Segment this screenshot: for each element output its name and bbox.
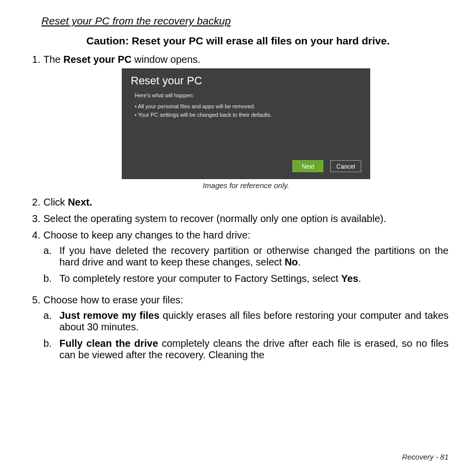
text-bold: Next. [68, 197, 92, 208]
text: . [358, 273, 361, 284]
text: The [43, 54, 63, 65]
dialog-buttons: Next Cancel [288, 160, 361, 172]
text: . [298, 256, 301, 267]
page-footer: Recovery - 81 [402, 453, 449, 461]
sub-item: b. To completely restore your computer t… [43, 273, 449, 284]
caution-line: Caution: Reset your PC will erase all fi… [27, 35, 449, 47]
step-number: 1. [27, 54, 43, 192]
sub-content: Fully clean the drive completely cleans … [59, 338, 449, 361]
text: Choose to keep any changes to the hard d… [43, 230, 250, 240]
sub-letter: b. [43, 338, 59, 361]
reset-pc-dialog: Reset your PC Here's what will happen: •… [122, 68, 370, 179]
step-3: 3. Select the operating system to recove… [27, 213, 449, 225]
dialog-bullet: • All your personal files and apps will … [135, 102, 361, 111]
next-button[interactable]: Next [292, 160, 323, 172]
sub-content: If you have deleted the recovery partiti… [59, 245, 449, 268]
dialog-title: Reset your PC [131, 74, 361, 87]
step-2: 2. Click Next. [27, 197, 449, 208]
document-page: Reset your PC from the recovery backup C… [0, 0, 476, 476]
sub-content: To completely restore your computer to F… [59, 273, 449, 284]
text-bold: No [284, 256, 298, 267]
text-bold: Fully clean the drive [59, 338, 158, 349]
sub-list: a. If you have deleted the recovery part… [43, 245, 449, 284]
step-1: 1. The Reset your PC window opens. Reset… [27, 54, 449, 192]
cancel-button[interactable]: Cancel [330, 160, 361, 172]
sub-letter: b. [43, 273, 59, 284]
sub-letter: a. [43, 245, 59, 268]
dialog-bullet: • Your PC settings will be changed back … [135, 111, 361, 119]
step-5: 5. Choose how to erase your files: a. Ju… [27, 294, 449, 366]
sub-list: a. Just remove my files quickly erases a… [43, 310, 449, 361]
sub-item: a. Just remove my files quickly erases a… [43, 310, 449, 333]
step-4: 4. Choose to keep any changes to the har… [27, 230, 449, 289]
step-number: 4. [27, 230, 43, 289]
text: window opens. [132, 54, 201, 65]
text: Choose how to erase your files: [43, 294, 183, 305]
text: Click [43, 197, 68, 208]
step-content: Choose how to erase your files: a. Just … [43, 294, 449, 366]
section-heading: Reset your PC from the recovery backup [27, 15, 449, 27]
step-content: Choose to keep any changes to the hard d… [43, 230, 449, 289]
sub-item: a. If you have deleted the recovery part… [43, 245, 449, 268]
step-list: 1. The Reset your PC window opens. Reset… [27, 54, 449, 366]
dialog-subtitle: Here's what will happen: [135, 92, 361, 98]
text-bold: Just remove my files [59, 310, 160, 321]
text: If you have deleted the recovery partiti… [59, 245, 449, 267]
step-number: 5. [27, 294, 43, 366]
step-content: Select the operating system to recover (… [43, 213, 449, 225]
sub-letter: a. [43, 310, 59, 333]
text: To completely restore your computer to F… [59, 273, 341, 284]
step-number: 3. [27, 213, 43, 225]
step-content: The Reset your PC window opens. Reset yo… [43, 54, 449, 192]
screenshot-wrapper: Reset your PC Here's what will happen: •… [43, 68, 449, 190]
sub-content: Just remove my files quickly erases all … [59, 310, 449, 333]
sub-item: b. Fully clean the drive completely clea… [43, 338, 449, 361]
step-content: Click Next. [43, 197, 449, 208]
text-bold: Yes [341, 273, 358, 284]
image-caption: Images for reference only. [43, 181, 449, 190]
step-number: 2. [27, 197, 43, 208]
text-bold: Reset your PC [63, 54, 132, 65]
